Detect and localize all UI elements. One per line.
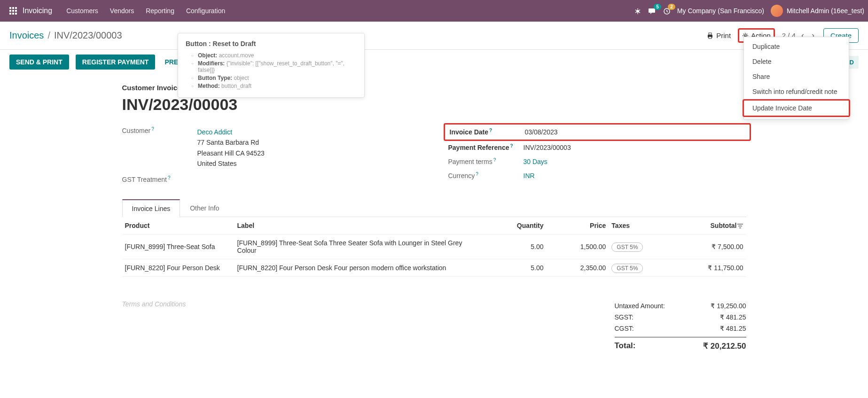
invoice-lines-table: Product Label Quantity Price Taxes Subto…: [122, 217, 746, 277]
tooltip-title: Button : Reset to Draft: [186, 40, 357, 47]
currency-value[interactable]: INR: [524, 172, 535, 179]
cell-price[interactable]: 2,350.00: [547, 259, 609, 276]
untaxed-value: ₹ 19,250.00: [711, 302, 746, 310]
invoice-date-label: Invoice Date?: [450, 128, 525, 136]
invoice-number: INV/2023/00003: [122, 95, 746, 114]
tax-pill: GST 5%: [611, 264, 643, 273]
th-price[interactable]: Price: [547, 217, 609, 234]
print-label: Print: [716, 31, 731, 39]
cell-qty[interactable]: 5.00: [484, 259, 547, 276]
customer-value[interactable]: Deco Addict 77 Santa Barbara Rd Pleasant…: [197, 127, 265, 169]
send-print-button[interactable]: SEND & PRINT: [9, 55, 69, 70]
cell-tax[interactable]: GST 5%: [609, 234, 658, 259]
th-taxes[interactable]: Taxes: [609, 217, 658, 234]
help-icon[interactable]: ?: [476, 172, 478, 177]
dropdown-refund[interactable]: Switch into refund/credit note: [744, 84, 849, 99]
tooltip-row: Method: button_draft: [191, 83, 357, 89]
cell-subtotal: ₹ 11,750.00: [659, 259, 746, 276]
gst-group: GST Treatment?: [122, 176, 420, 183]
svg-point-0: [636, 10, 639, 13]
company-selector[interactable]: My Company (San Francisco): [677, 7, 764, 15]
nav-customers[interactable]: Customers: [66, 7, 98, 15]
untaxed-label: Untaxed Amount:: [615, 302, 665, 310]
messages-icon[interactable]: 5: [648, 7, 657, 15]
breadcrumb-current: INV/2023/00003: [54, 30, 122, 41]
app-name[interactable]: Invoicing: [23, 7, 52, 15]
apps-icon[interactable]: [9, 7, 17, 15]
currency-group: Currency? INR: [448, 172, 746, 179]
cell-label[interactable]: [FURN_8220] Four Person Desk Four person…: [235, 259, 484, 276]
svg-rect-4: [709, 37, 712, 39]
cell-product[interactable]: [FURN_8999] Three-Seat Sofa: [122, 234, 235, 259]
bug-icon[interactable]: [634, 7, 641, 15]
messages-badge: 5: [654, 4, 661, 10]
tooltip-row: Object: account.move: [191, 52, 357, 59]
cell-label[interactable]: [FURN_8999] Three-Seat Sofa Three Seater…: [235, 234, 484, 259]
help-icon[interactable]: ?: [489, 128, 492, 133]
table-row[interactable]: [FURN_8220] Four Person Desk [FURN_8220]…: [122, 259, 746, 276]
th-quantity[interactable]: Quantity: [484, 217, 547, 234]
print-button[interactable]: Print: [706, 31, 731, 39]
dropdown-duplicate[interactable]: Duplicate: [744, 39, 849, 54]
navbar: Invoicing Customers Vendors Reporting Co…: [0, 0, 868, 22]
column-settings-icon[interactable]: [737, 222, 743, 229]
terms-placeholder[interactable]: Terms and Conditions: [122, 300, 615, 353]
help-icon[interactable]: ?: [493, 157, 496, 163]
tab-invoice-lines[interactable]: Invoice Lines: [122, 199, 180, 217]
tab-other-info[interactable]: Other Info: [180, 199, 229, 217]
gst-label: GST Treatment?: [122, 176, 197, 183]
cell-price[interactable]: 1,500.00: [547, 234, 609, 259]
invoice-date-value[interactable]: 03/08/2023: [525, 128, 558, 136]
user-menu[interactable]: Mitchell Admin (16ee_test): [771, 5, 864, 17]
nav-reporting[interactable]: Reporting: [146, 7, 174, 15]
cell-tax[interactable]: GST 5%: [609, 259, 658, 276]
help-icon[interactable]: ?: [510, 143, 513, 148]
customer-name[interactable]: Deco Addict: [197, 127, 265, 137]
payment-ref-label: Payment Reference?: [448, 144, 524, 151]
cell-product[interactable]: [FURN_8220] Four Person Desk: [122, 259, 235, 276]
clock-icon[interactable]: 2: [663, 7, 671, 15]
th-label[interactable]: Label: [235, 217, 484, 234]
dropdown-share[interactable]: Share: [744, 69, 849, 84]
total-value: ₹ 20,212.50: [703, 341, 746, 351]
th-product[interactable]: Product: [122, 217, 235, 234]
cgst-label: CGST:: [615, 325, 634, 332]
help-icon[interactable]: ?: [168, 175, 171, 180]
payment-terms-value[interactable]: 30 Days: [524, 158, 547, 165]
help-icon[interactable]: ?: [151, 126, 154, 132]
tooltip-row: Button Type: object: [191, 75, 357, 81]
cell-qty[interactable]: 5.00: [484, 234, 547, 259]
breadcrumb-root[interactable]: Invoices: [9, 30, 44, 41]
sgst-value: ₹ 481.25: [720, 313, 746, 321]
form-right-col: Invoice Date? 03/08/2023 Payment Referen…: [448, 127, 746, 190]
register-payment-button[interactable]: REGISTER PAYMENT: [76, 55, 156, 70]
avatar: [771, 5, 783, 17]
th-subtotal[interactable]: Subtotal: [659, 217, 746, 234]
dropdown-update-invoice-date[interactable]: Update Invoice Date: [744, 101, 849, 116]
dropdown-delete[interactable]: Delete: [744, 54, 849, 69]
tabs: Invoice Lines Other Info: [122, 199, 746, 217]
total-grand: Total: ₹ 20,212.50: [615, 337, 746, 353]
currency-label: Currency?: [448, 172, 524, 179]
address-line: Pleasant Hill CA 94523: [197, 148, 265, 158]
svg-rect-6: [737, 224, 743, 225]
customer-label: Customer?: [122, 127, 197, 134]
svg-point-5: [744, 35, 746, 37]
totals-block: Untaxed Amount: ₹ 19,250.00 SGST: ₹ 481.…: [615, 300, 746, 353]
nav-right: 5 2 My Company (San Francisco) Mitchell …: [634, 5, 864, 17]
nav-vendors[interactable]: Vendors: [110, 7, 134, 15]
printer-icon: [706, 32, 714, 39]
cgst-value: ₹ 481.25: [720, 325, 746, 332]
nav-configuration[interactable]: Configuration: [186, 7, 225, 15]
customer-group: Customer? Deco Addict 77 Santa Barbara R…: [122, 127, 420, 169]
address-line: United States: [197, 158, 265, 169]
table-row[interactable]: [FURN_8999] Three-Seat Sofa [FURN_8999] …: [122, 234, 746, 259]
payment-ref-value[interactable]: INV/2023/00003: [524, 144, 571, 151]
action-buttons-row: SEND & PRINT REGISTER PAYMENT PREVIEW AD…: [0, 50, 868, 74]
svg-rect-3: [709, 33, 712, 35]
control-bar: Invoices / INV/2023/00003 Print Action 2…: [0, 22, 868, 50]
form-left-col: Customer? Deco Addict 77 Santa Barbara R…: [122, 127, 420, 190]
tooltip-row: Modifiers: {"invisible": [["show_reset_t…: [191, 60, 357, 73]
payment-terms-group: Payment terms? 30 Days: [448, 158, 746, 165]
breadcrumb-sep: /: [47, 30, 50, 41]
